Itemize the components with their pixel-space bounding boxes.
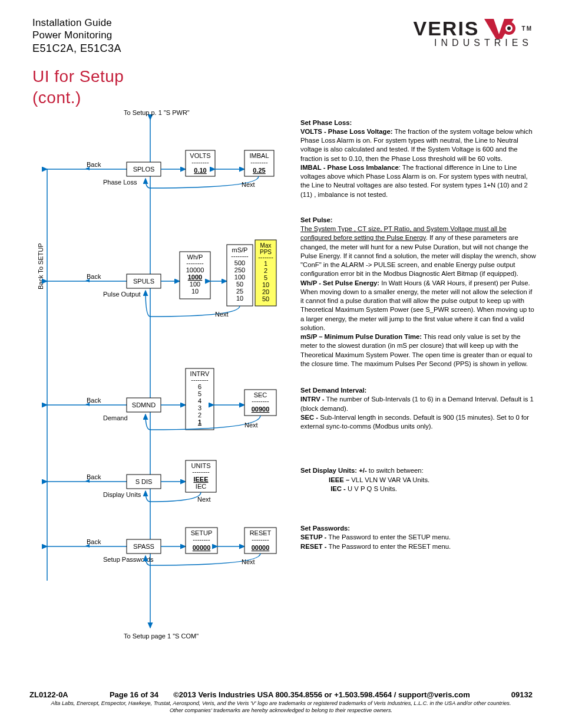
footer-doc-id: ZL0122-0A [29, 690, 68, 699]
svg-text:00900: 00900 [252, 406, 270, 413]
svg-text:--------: -------- [191, 376, 209, 383]
top-note: To Setup p. 1 "S PWR" [124, 109, 190, 116]
svg-text:Back: Back [87, 538, 101, 545]
svg-text:1: 1 [264, 260, 267, 267]
units-heading: Set Display Units: +/- [300, 467, 367, 474]
splos-label: SPLOS [133, 166, 155, 173]
svg-text:--------: -------- [186, 259, 204, 266]
svg-text:100: 100 [234, 274, 245, 281]
explanation-text: Set Phase Loss: VOLTS - Phase Loss Volta… [300, 118, 536, 558]
svg-text:Next: Next [197, 496, 211, 503]
title-line1: UI for Setup [32, 66, 533, 87]
svg-text:0.25: 0.25 [253, 167, 265, 174]
section-title: UI for Setup (cont.) [32, 66, 533, 109]
svg-text:50: 50 [262, 295, 269, 302]
svg-text:Next: Next [242, 181, 255, 188]
svg-text:Max: Max [260, 242, 272, 249]
footer-copyright: ©2013 Veris Industries USA 800.354.8556 … [173, 690, 470, 699]
svg-point-2 [507, 27, 511, 30]
svg-text:5: 5 [264, 274, 267, 281]
header-line3: E51C2A, E51C3A [32, 42, 121, 55]
svg-text:Next: Next [244, 421, 258, 429]
svg-text:00000: 00000 [193, 544, 211, 551]
trademark-symbol: TM [522, 25, 533, 32]
svg-text:Back: Back [87, 161, 101, 168]
svg-text:2: 2 [198, 411, 201, 419]
svg-text:100: 100 [190, 281, 200, 288]
svg-text:Demand: Demand [103, 414, 128, 421]
svg-text:0.10: 0.10 [194, 167, 206, 174]
pulse-heading: Set Pulse: [300, 216, 333, 223]
svg-text:--------: -------- [252, 536, 269, 543]
svg-text:--------: -------- [191, 159, 209, 166]
svg-text:4: 4 [198, 397, 201, 404]
header-line1: Installation Guide [32, 17, 121, 29]
sdis-label: S DIS [135, 478, 153, 485]
svg-text:Back: Back [87, 273, 101, 280]
veris-v-icon [483, 17, 516, 40]
svg-text:10: 10 [262, 281, 269, 288]
svg-text:Display
Units: Display Units [103, 491, 141, 498]
svg-text:00000: 00000 [252, 544, 270, 551]
logo-text: VERIS [414, 17, 480, 40]
header: Installation Guide Power Monitoring E51C… [32, 17, 533, 55]
svg-text:1: 1 [198, 419, 201, 426]
svg-text:--------: -------- [193, 536, 210, 543]
svg-text:10: 10 [191, 288, 199, 295]
svg-text:Back: Back [87, 397, 101, 404]
svg-text:Next: Next [215, 311, 229, 318]
demand-heading: Set Demand Interval: [300, 387, 366, 394]
passwords-heading: Set Passwords: [300, 525, 350, 532]
svg-text:1000: 1000 [188, 274, 202, 281]
footer-page: Page 16 of 34 [110, 690, 158, 699]
bottom-note: To Setup page 1 "S COM" [124, 633, 199, 640]
phase-loss-heading: Set Phase Loss: [300, 119, 352, 126]
svg-text:Phase
Loss: Phase Loss [103, 179, 137, 186]
svg-text:10000: 10000 [186, 266, 204, 274]
svg-text:Back: Back [87, 473, 101, 480]
footer: ZL0122-0A Page 16 of 34 ©2013 Veris Indu… [29, 690, 533, 714]
svg-text:--------: -------- [250, 159, 268, 166]
footer-trademark-2: Other companies' trademarks are hereby a… [29, 707, 533, 714]
footer-code: 09132 [511, 690, 533, 699]
svg-text:--------: -------- [192, 468, 210, 475]
svg-text:--------: -------- [252, 397, 269, 404]
svg-text:5: 5 [198, 390, 201, 397]
svg-text:IEC: IEC [196, 483, 206, 490]
svg-text:250: 250 [234, 266, 245, 274]
svg-text:10: 10 [236, 295, 243, 302]
sdmnd-label: SDMND [132, 401, 156, 409]
svg-text:--------: -------- [231, 252, 249, 259]
svg-text:25: 25 [236, 288, 243, 295]
svg-text:500: 500 [234, 259, 245, 266]
title-line2: (cont.) [32, 87, 533, 108]
svg-text:IEEE: IEEE [193, 476, 208, 483]
flow-diagram: To Setup p. 1 "S PWR" To Setup page 1 "S… [32, 109, 292, 641]
svg-text:20: 20 [262, 288, 269, 295]
header-left: Installation Guide Power Monitoring E51C… [32, 17, 121, 55]
footer-trademark-1: Alta Labs, Enercept, Enspector, Hawkeye,… [29, 700, 533, 707]
svg-text:50: 50 [236, 281, 243, 288]
svg-text:3: 3 [198, 404, 201, 411]
spass-label: SPASS [133, 543, 154, 550]
header-line2: Power Monitoring [32, 29, 121, 41]
svg-text:2: 2 [264, 267, 267, 274]
svg-text:Next: Next [242, 558, 255, 565]
svg-text:6: 6 [198, 383, 201, 390]
spuls-label: SPULS [133, 278, 154, 285]
svg-text:Pulse
Output: Pulse Output [103, 291, 141, 298]
veris-logo: VERIS TM INDUSTRIES [414, 17, 533, 48]
